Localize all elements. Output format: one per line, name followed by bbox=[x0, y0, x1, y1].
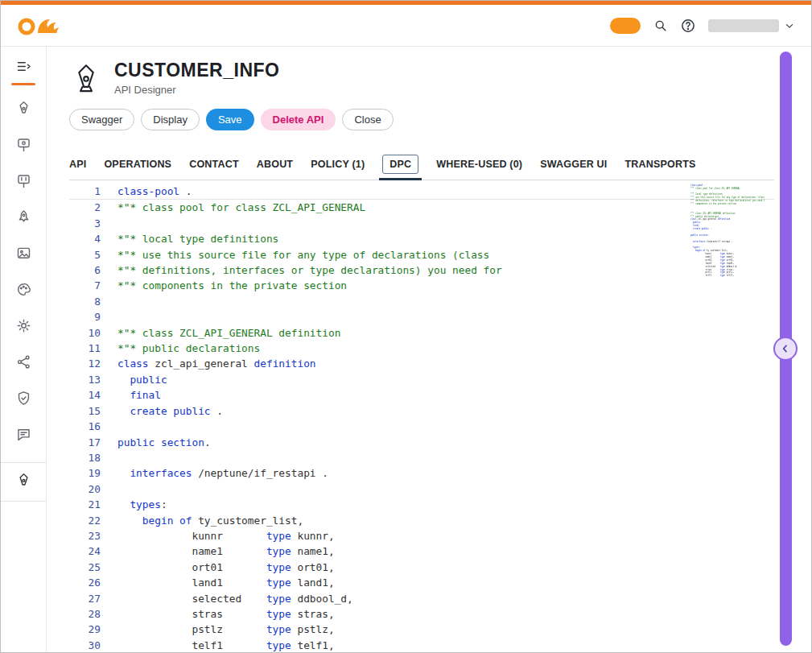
code-line[interactable]: 11*"* public declarations bbox=[69, 341, 774, 356]
code-line[interactable]: 23 kunnr type kunnr, bbox=[69, 528, 774, 543]
code-line[interactable]: 17public section. bbox=[69, 435, 774, 450]
line-content: ort01 type ort01, bbox=[117, 560, 335, 575]
tab-api[interactable]: API bbox=[69, 159, 86, 170]
code-editor[interactable]: 1class-pool .2*"* class pool for class Z… bbox=[69, 180, 774, 633]
panel-collapse-button[interactable] bbox=[773, 337, 798, 361]
line-number: 14 bbox=[69, 387, 117, 403]
line-content: create public . bbox=[117, 403, 223, 419]
user-menu[interactable] bbox=[708, 19, 795, 32]
tab-where-used-0[interactable]: WHERE-USED (0) bbox=[436, 159, 522, 170]
code-line[interactable]: 28 stras type stras, bbox=[69, 606, 774, 622]
code-line[interactable]: 15 create public . bbox=[69, 403, 774, 419]
save-button[interactable]: Save bbox=[206, 109, 254, 130]
line-content bbox=[117, 309, 124, 324]
tab-dpc[interactable]: DPC bbox=[382, 155, 418, 174]
sidebar-item-rocket-icon[interactable] bbox=[15, 209, 32, 229]
line-number: 12 bbox=[69, 356, 117, 371]
code-line[interactable]: 29 pstlz type pstlz, bbox=[69, 622, 774, 637]
line-number: 17 bbox=[69, 435, 117, 450]
code-line[interactable]: 9 bbox=[69, 309, 774, 324]
line-content: *"* public declarations bbox=[117, 341, 260, 356]
list-menu-icon bbox=[15, 58, 32, 78]
sidebar bbox=[1, 47, 47, 652]
code-line[interactable]: 7*"* components in the private section bbox=[69, 278, 774, 293]
line-content: name1 type name1, bbox=[117, 543, 335, 559]
sidebar-item-pin-board-icon[interactable] bbox=[15, 136, 32, 156]
sidebar-item-list-menu-icon[interactable] bbox=[15, 58, 32, 78]
code-line[interactable]: 5*"* use this source file for any type o… bbox=[69, 247, 774, 262]
line-number: 19 bbox=[69, 465, 117, 481]
sidebar-item-chat-icon[interactable] bbox=[15, 426, 32, 446]
display-button[interactable]: Display bbox=[141, 109, 200, 130]
code-line[interactable]: 4*"* local type definitions bbox=[69, 231, 774, 246]
line-content: *"* use this source file for any type of… bbox=[117, 247, 489, 262]
line-content: create public . bbox=[690, 227, 711, 230]
code-line[interactable]: 16 bbox=[69, 419, 774, 434]
delete-api-button[interactable]: Delete API bbox=[261, 109, 336, 130]
code-line[interactable]: 14 final bbox=[69, 387, 774, 403]
line-content: types: bbox=[117, 497, 167, 512]
code-line[interactable]: 30 telf1 type telf1, bbox=[69, 638, 774, 653]
tab-contact[interactable]: CONTACT bbox=[189, 159, 239, 170]
swagger-button[interactable]: Swagger bbox=[69, 109, 134, 130]
code-line[interactable]: 8 bbox=[69, 294, 774, 309]
line-content: kunnr type kunnr, bbox=[117, 528, 335, 543]
tab-swagger-ui[interactable]: SWAGGER UI bbox=[540, 159, 607, 170]
sidebar-item-gear-icon[interactable] bbox=[15, 317, 32, 337]
tab-about[interactable]: ABOUT bbox=[257, 159, 293, 170]
code-line[interactable]: 13 public bbox=[69, 372, 774, 387]
line-number: 29 bbox=[69, 622, 117, 637]
tab-policy-1[interactable]: POLICY (1) bbox=[311, 159, 365, 170]
search-icon[interactable] bbox=[653, 18, 668, 33]
sidebar-item-palette-icon[interactable] bbox=[15, 281, 32, 301]
side-panel-rail[interactable] bbox=[780, 52, 792, 646]
topbar bbox=[1, 5, 811, 47]
line-number: 16 bbox=[69, 419, 117, 434]
close-button[interactable]: Close bbox=[342, 109, 393, 130]
code-line[interactable]: 21 types: bbox=[69, 497, 774, 512]
tab-transports[interactable]: TRANSPORTS bbox=[625, 159, 696, 170]
sidebar-item-share-nodes-icon[interactable] bbox=[15, 353, 32, 374]
main-panel: CUSTOMER_INFO API Designer SwaggerDispla… bbox=[47, 47, 774, 652]
code-line[interactable]: 24 name1 type name1, bbox=[69, 543, 774, 559]
sidebar-item-pen-nib-icon[interactable] bbox=[15, 100, 32, 120]
rocket-icon bbox=[15, 209, 32, 229]
code-line[interactable]: 2*"* class pool for class ZCL_API_GENERA… bbox=[69, 200, 774, 215]
line-number: 3 bbox=[69, 216, 117, 231]
line-number: 20 bbox=[69, 481, 117, 497]
line-number: 24 bbox=[69, 543, 117, 559]
sidebar-item-plug-icon[interactable] bbox=[15, 172, 32, 192]
code-line[interactable]: 25 ort01 type ort01, bbox=[69, 560, 774, 575]
line-content: *"* definitions, interfaces or type decl… bbox=[117, 262, 502, 278]
help-icon[interactable] bbox=[680, 18, 696, 34]
code-line[interactable]: 26 land1 type land1, bbox=[69, 575, 774, 590]
line-content: *"* class pool for class ZCL_API_GENERAL bbox=[117, 200, 365, 215]
tab-operations[interactable]: OPERATIONS bbox=[104, 159, 171, 170]
code-line[interactable]: 19 interfaces /neptune/if_restapi . bbox=[69, 465, 774, 481]
sidebar-item-image-icon[interactable] bbox=[15, 245, 32, 265]
palette-icon bbox=[15, 281, 32, 301]
line-number: 26 bbox=[69, 575, 117, 590]
line-number: 7 bbox=[69, 278, 117, 293]
line-number: 22 bbox=[69, 513, 117, 528]
code-lines[interactable]: 1class-pool .2*"* class pool for class Z… bbox=[69, 184, 774, 653]
line-content: *"* class pool for class ZCL_API_GENERAL bbox=[690, 187, 740, 190]
line-content bbox=[117, 450, 124, 465]
minimap[interactable]: class-pool .*"* class pool for class ZCL… bbox=[690, 184, 765, 389]
code-line[interactable]: 20 bbox=[69, 481, 774, 497]
sidebar-item-pen-nib-icon[interactable] bbox=[1, 462, 46, 502]
code-line[interactable]: 1class-pool . bbox=[69, 184, 774, 200]
code-line[interactable]: 18 bbox=[69, 450, 774, 465]
line-number: 15 bbox=[69, 403, 117, 419]
code-line[interactable]: 27 selected type ddbool_d, bbox=[69, 591, 774, 606]
line-content: *"* local type definitions bbox=[117, 231, 278, 246]
code-line[interactable]: 6*"* definitions, interfaces or type dec… bbox=[69, 262, 774, 278]
api-designer-icon bbox=[69, 61, 103, 95]
sidebar-item-shield-icon[interactable] bbox=[15, 390, 32, 410]
code-line[interactable]: 10*"* class ZCL_API_GENERAL definition bbox=[69, 325, 774, 341]
code-line[interactable]: 22 begin of ty_customer_list, bbox=[69, 513, 774, 528]
page-subtitle: API Designer bbox=[114, 84, 279, 96]
code-line[interactable]: 12class zcl_api_general definition bbox=[69, 356, 774, 371]
code-line[interactable]: 3 bbox=[69, 216, 774, 231]
neptune-logo bbox=[17, 14, 62, 38]
